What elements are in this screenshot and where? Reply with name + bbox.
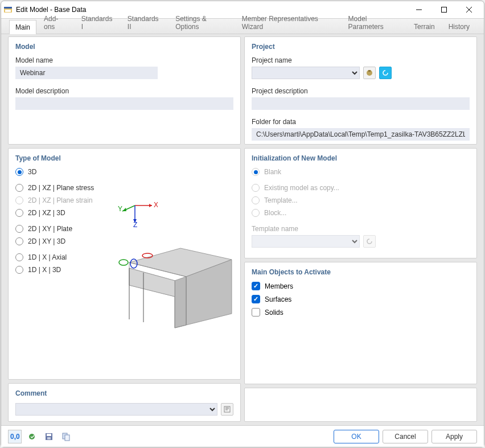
init-radio-label: Blank (264, 168, 281, 176)
close-button[interactable] (457, 2, 482, 18)
type-radio-label: 1D | X | 3D (28, 266, 61, 274)
type-radio-0[interactable] (15, 168, 23, 176)
project-panel: Project Project name Project descrip (244, 36, 477, 145)
copy-button[interactable] (59, 430, 73, 443)
type-of-model-panel: Type of Model 3D2D | XZ | Plane stress2D… (8, 148, 241, 380)
project-folder-input[interactable] (252, 128, 470, 141)
object-checkbox-label: Surfaces (265, 295, 291, 303)
tab-standards-ii[interactable]: Standards II (121, 11, 168, 34)
object-checkbox-surfaces[interactable] (252, 295, 260, 303)
init-option-row: Existing model as copy... (252, 184, 470, 192)
main-objects-panel: Main Objects to Activate MembersSurfaces… (244, 262, 477, 384)
type-radio-4[interactable] (15, 225, 23, 233)
svg-marker-21 (129, 268, 175, 297)
minimize-button[interactable] (406, 2, 431, 18)
apply-button[interactable]: Apply (431, 430, 477, 443)
main-objects-group: MembersSurfacesSolids (252, 282, 470, 317)
titlebar-buttons (406, 2, 482, 18)
init-radio-label: Existing model as copy... (264, 184, 339, 192)
object-option-row: Members (252, 282, 470, 290)
tab-model-parameters[interactable]: Model Parameters (342, 11, 406, 34)
svg-rect-34 (47, 437, 51, 439)
template-browse-button (363, 235, 376, 248)
model-name-input[interactable] (15, 67, 158, 79)
object-checkbox-members[interactable] (252, 282, 260, 290)
type-radio-7[interactable] (15, 266, 23, 274)
object-option-row: Surfaces (252, 295, 470, 303)
cancel-button[interactable]: Cancel (383, 430, 428, 443)
tab-add-ons[interactable]: Add-ons (38, 11, 74, 34)
project-desc-input[interactable] (252, 97, 470, 110)
type-option-row: 2D | XY | Plate (15, 225, 106, 233)
initialization-panel: Initialization of New Model BlankExistin… (244, 148, 477, 258)
left-column: Model Model name Model description Type … (8, 36, 241, 422)
svg-text:Z: Z (133, 221, 137, 228)
tab-terrain[interactable]: Terrain (408, 19, 441, 34)
model-panel: Model Model name Model description (8, 36, 241, 145)
type-option-row: 2D | XY | 3D (15, 237, 106, 245)
model-panel-title: Model (15, 43, 233, 51)
init-option-row: Blank (252, 168, 470, 176)
app-icon (3, 5, 13, 14)
type-option-row: 3D (15, 168, 106, 176)
model-preview: X Y Z (118, 154, 233, 373)
type-radio-1[interactable] (15, 184, 23, 192)
project-name-combo[interactable] (252, 67, 360, 79)
object-checkbox-solids[interactable] (252, 308, 260, 317)
svg-rect-4 (442, 7, 447, 13)
tab-settings-options[interactable]: Settings & Options (169, 11, 235, 34)
import-button[interactable] (25, 430, 39, 443)
edit-model-dialog: Edit Model - Base Data MainAdd-onsStanda… (1, 1, 484, 447)
init-panel-title: Initialization of New Model (252, 154, 470, 162)
svg-marker-11 (122, 208, 126, 211)
project-cloud-button[interactable] (379, 67, 392, 79)
type-radio-3[interactable] (15, 209, 23, 217)
dialog-footer: 0,00 OK Cancel Apply (1, 425, 484, 447)
svg-text:0,00: 0,00 (10, 433, 20, 441)
tab-main[interactable]: Main (9, 20, 36, 34)
type-option-row: 1D | X | 3D (15, 266, 106, 274)
model-desc-input[interactable] (15, 97, 233, 110)
type-option-row: 2D | XZ | Plane stress (15, 184, 106, 192)
comment-panel-title: Comment (15, 389, 233, 397)
svg-rect-33 (47, 434, 51, 436)
svg-rect-29 (368, 70, 371, 72)
init-radio-1 (252, 184, 260, 192)
init-option-row: Template... (252, 196, 470, 204)
svg-marker-8 (149, 204, 152, 207)
init-option-row: Block... (252, 209, 470, 217)
init-radio-0 (252, 168, 260, 176)
init-radio-2 (252, 196, 260, 204)
type-radio-label: 2D | XZ | Plane stress (28, 184, 94, 192)
type-radio-5[interactable] (15, 237, 23, 245)
content-area: Model Model name Model description Type … (1, 34, 484, 425)
save-button[interactable] (42, 430, 56, 443)
project-manager-button[interactable] (363, 67, 376, 79)
maximize-button[interactable] (431, 2, 457, 18)
init-radio-label: Block... (264, 209, 286, 217)
object-checkbox-label: Members (265, 282, 293, 290)
ok-button[interactable]: OK (334, 430, 379, 443)
tab-bar: MainAdd-onsStandards IStandards IISettin… (1, 18, 484, 34)
tab-history[interactable]: History (442, 19, 476, 34)
type-option-row: 2D | XZ | 3D (15, 209, 106, 217)
tab-member-representatives-wizard[interactable]: Member Representatives Wizard (236, 11, 341, 34)
right-column: Project Project name Project descrip (244, 36, 477, 422)
comment-combo[interactable] (15, 403, 217, 416)
units-button[interactable]: 0,00 (8, 430, 22, 443)
type-radio-label: 2D | XY | 3D (28, 237, 65, 245)
type-panel-title: Type of Model (15, 154, 106, 162)
comment-edit-button[interactable] (221, 403, 233, 416)
type-radio-label: 3D (28, 168, 36, 176)
model-name-label: Model name (15, 56, 233, 64)
type-radio-6[interactable] (15, 253, 23, 261)
type-radio-2 (15, 196, 23, 204)
type-option-row: 2D | XZ | Plane strain (15, 196, 106, 204)
type-radio-label: 2D | XZ | Plane strain (28, 196, 93, 204)
svg-text:X: X (154, 201, 158, 209)
init-radio-3 (252, 209, 260, 217)
tab-standards-i[interactable]: Standards I (75, 11, 120, 34)
object-option-row: Solids (252, 308, 470, 317)
svg-text:Y: Y (118, 205, 122, 213)
objects-panel-title: Main Objects to Activate (252, 268, 470, 276)
